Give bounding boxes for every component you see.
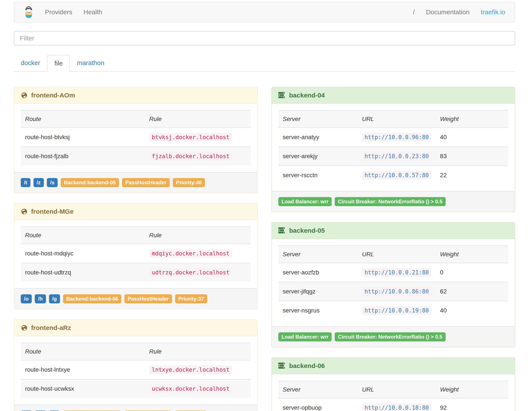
entrypoint-badge: /g	[49, 294, 60, 303]
rule-code: udtrzq.docker.localhost	[149, 268, 232, 277]
navbar-right: / Documentation traefik.io	[413, 9, 505, 16]
traefik-logo-icon[interactable]	[24, 6, 34, 18]
globe-icon	[21, 92, 28, 99]
backend-panel-body: Server URL Weight server-opbuophttp://10…	[272, 374, 515, 411]
routes-table: Route Rule route-host-lntxyelntxye.docke…	[21, 343, 251, 398]
backend-panel: backend-04 Server URL Weight server-anat…	[271, 87, 515, 212]
frontend-tag-badge: PassHostHeader	[124, 294, 172, 303]
server-row: server-arekjyhttp://10.0.0.23:8083	[278, 147, 508, 166]
route-row: route-host-ucwksxucwksx.docker.localhost	[21, 379, 251, 398]
backend-panel: backend-06 Server URL Weight server-opbu…	[271, 357, 515, 411]
server-name-cell: server-aozfzb	[278, 263, 358, 282]
column-header-server: Server	[278, 110, 358, 128]
rule-code: ucwksx.docker.localhost	[149, 384, 232, 393]
rule-code: mdqiyc.docker.localhost	[149, 249, 232, 258]
nav-link-documentation[interactable]: Documentation	[426, 9, 470, 16]
backend-panel-footer: Load Balancer: wrrCircuit Breaker: Netwo…	[272, 326, 515, 347]
routes-table: Route Rule route-host-mdqiycmdqiyc.docke…	[21, 226, 251, 282]
navbar-left: Providers Health	[24, 6, 102, 18]
server-row: server-nsgrushttp://10.0.0.19:8040	[278, 301, 508, 320]
column-header-weight: Weight	[436, 110, 508, 128]
backend-panel-title: backend-05	[289, 227, 325, 234]
server-weight-cell: 40	[436, 128, 508, 147]
column-header-route: Route	[21, 343, 145, 360]
frontend-panel-body: Route Rule route-host-btvksjbtvksj.docke…	[14, 104, 257, 172]
server-name-cell: server-anatyy	[278, 128, 358, 147]
server-row: server-jifqgzhttp://10.0.0.86:8062	[278, 282, 508, 301]
tab-docker[interactable]: docker	[14, 55, 47, 72]
nav-link-providers[interactable]: Providers	[45, 9, 72, 16]
entrypoint-badge: /s	[47, 178, 58, 187]
server-weight-cell: 92	[436, 398, 508, 411]
frontend-panel-body: Route Rule route-host-mdqiycmdqiyc.docke…	[14, 220, 257, 288]
column-header-route: Route	[21, 110, 145, 128]
nav-link-root[interactable]: /	[413, 9, 415, 16]
frontend-panel-title: frontend-AOm	[31, 92, 75, 99]
server-name-cell: server-jifqgz	[278, 282, 358, 301]
frontend-panel: frontend-AOm Route Rule route-host-btvks…	[14, 87, 257, 193]
frontend-tag-badge: Backend:backend-06	[63, 294, 121, 303]
load-balancer-badge: Load Balancer: wrr	[278, 197, 332, 206]
server-url-cell: http://10.0.0.23:80	[358, 147, 436, 166]
server-url-cell: http://10.0.0.86:80	[358, 282, 436, 301]
servers-table-header-row: Server URL Weight	[278, 110, 508, 128]
server-name-cell: server-nsgrus	[278, 301, 358, 320]
server-url-code: http://10.0.0.86:80	[362, 287, 431, 296]
page: Providers Health / Documentation traefik…	[0, 0, 532, 411]
tab-file[interactable]: file	[47, 55, 70, 72]
server-rack-icon	[278, 92, 286, 98]
nav-link-traefik-io[interactable]: traefik.io	[481, 9, 505, 16]
server-row: server-rscctnhttp://10.0.0.57:8022	[278, 166, 508, 185]
frontend-tag-badge: Priority:37	[175, 294, 207, 303]
rule-cell: btvksj.docker.localhost	[145, 128, 251, 147]
rule-code: lntxye.docker.localhost	[149, 365, 232, 374]
frontend-tag-badge: Backend:backend-05	[61, 178, 119, 187]
column-header-rule: Rule	[145, 227, 251, 244]
server-url-code: http://10.0.0.21:80	[362, 268, 431, 277]
server-weight-cell: 62	[436, 282, 508, 301]
frontend-panel-footer: /b/g/yBackend:backend-04PassHostHeaderPr…	[14, 404, 257, 411]
server-name-cell: server-arekjy	[278, 147, 358, 166]
server-url-code: http://10.0.0.23:80	[362, 152, 431, 161]
content: frontend-AOm Route Rule route-host-btvks…	[14, 87, 515, 411]
column-header-weight: Weight	[436, 246, 508, 263]
frontend-panel: frontend-aRz Route Rule route-host-lntxy…	[14, 319, 257, 411]
servers-table-header-row: Server URL Weight	[278, 246, 508, 263]
rule-code: btvksj.docker.localhost	[149, 133, 232, 142]
server-name-cell: server-rscctn	[278, 166, 358, 185]
routes-table: Route Rule route-host-btvksjbtvksj.docke…	[21, 110, 251, 166]
routes-table-header-row: Route Rule	[21, 110, 251, 128]
provider-tabs: dockerfilemarathon	[14, 55, 515, 72]
rule-cell: ucwksx.docker.localhost	[145, 379, 251, 398]
column-header-url: URL	[358, 246, 436, 263]
route-name-cell: route-host-ucwksx	[21, 379, 145, 398]
frontend-tag-badge: Priority:40	[173, 178, 205, 187]
frontends-column: frontend-AOm Route Rule route-host-btvks…	[14, 87, 257, 411]
column-header-server: Server	[278, 381, 358, 398]
route-name-cell: route-host-mdqiyc	[21, 244, 145, 263]
backend-panel-title: backend-04	[289, 92, 325, 99]
server-name-cell: server-opbuop	[278, 398, 358, 411]
servers-table: Server URL Weight server-aozfzbhttp://10…	[278, 245, 508, 320]
rule-cell: lntxye.docker.localhost	[145, 360, 251, 379]
rule-cell: mdqiyc.docker.localhost	[145, 244, 251, 263]
column-header-url: URL	[358, 110, 436, 128]
nav-link-health[interactable]: Health	[84, 9, 102, 16]
route-name-cell: route-host-btvksj	[21, 128, 145, 147]
frontend-panel-title: frontend-MGe	[31, 208, 74, 215]
frontend-panel-header: frontend-aRz	[14, 320, 257, 336]
navbar: Providers Health / Documentation traefik…	[14, 2, 515, 22]
route-name-cell: route-host-lntxye	[21, 360, 145, 379]
server-url-cell: http://10.0.0.18:80	[358, 398, 436, 411]
filter-input[interactable]	[14, 31, 515, 45]
frontend-panel: frontend-MGe Route Rule route-host-mdqiy…	[14, 203, 257, 309]
server-url-cell: http://10.0.0.21:80	[358, 263, 436, 282]
rule-cell: fjzalb.docker.localhost	[145, 147, 251, 166]
backend-panel: backend-05 Server URL Weight server-aozf…	[271, 222, 515, 347]
route-name-cell: route-host-udtrzq	[21, 263, 145, 282]
tab-marathon[interactable]: marathon	[70, 55, 111, 72]
server-rack-icon	[278, 227, 286, 234]
rule-code: fjzalb.docker.localhost	[149, 152, 232, 161]
backend-panel-footer: Load Balancer: wrrCircuit Breaker: Netwo…	[272, 191, 515, 212]
globe-icon	[21, 324, 28, 331]
